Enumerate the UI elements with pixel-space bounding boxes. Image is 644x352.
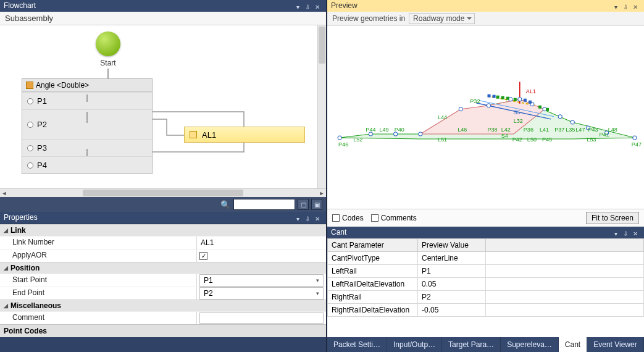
table-row[interactable]: LeftRailDeltaElevation0.05 — [328, 278, 644, 291]
svg-text:S5: S5 — [514, 109, 521, 115]
tab-input-outp-[interactable]: Input/Outp… — [387, 337, 442, 352]
svg-rect-23 — [501, 96, 504, 99]
svg-text:L53: L53 — [587, 136, 596, 143]
svg-text:L32: L32 — [514, 118, 523, 124]
collapse-icon: ◢ — [4, 303, 8, 309]
chevron-down-icon: ▾ — [316, 290, 319, 296]
scroll-right-icon[interactable]: ► — [317, 188, 326, 197]
svg-text:L48: L48 — [608, 127, 617, 133]
svg-point-21 — [633, 136, 637, 140]
col-header-blank — [486, 239, 644, 252]
node-label: P4 — [37, 161, 47, 170]
dropdown-value: Roadway mode — [413, 14, 464, 23]
prop-value-apply-aor[interactable]: ✓ — [196, 249, 326, 262]
start-node[interactable] — [96, 31, 120, 56]
dropdown-icon[interactable]: ▾ — [611, 1, 621, 11]
preview-mode-dropdown[interactable]: Roadway mode — [409, 13, 475, 24]
cell-value: CenterLine — [418, 252, 486, 265]
pin-icon[interactable]: ⇩ — [621, 1, 630, 11]
svg-rect-28 — [488, 94, 491, 98]
col-header-value[interactable]: Preview Value — [418, 239, 486, 252]
flowchart-canvas[interactable]: Start Angle <Double> P1 P2 — [0, 25, 317, 188]
svg-rect-31 — [529, 101, 532, 104]
dropdown-icon[interactable]: ▾ — [293, 213, 303, 223]
sequence-row-p4[interactable]: P4 — [22, 156, 152, 174]
cell-blank — [486, 291, 644, 304]
prop-value-link-number[interactable]: AL1 — [196, 237, 326, 249]
close-icon[interactable]: ✕ — [312, 1, 322, 11]
anchor-icon — [27, 98, 33, 104]
pin-icon[interactable]: ⇩ — [303, 213, 312, 223]
table-row[interactable]: LeftRailP1 — [328, 265, 644, 278]
col-header-param[interactable]: Cant Parameter — [328, 239, 418, 252]
prop-group-position[interactable]: ◢ Position — [0, 262, 326, 274]
svg-text:P36: P36 — [524, 127, 533, 133]
prop-group-misc[interactable]: ◢ Miscellaneous — [0, 300, 326, 311]
svg-text:P44: P44 — [366, 127, 375, 133]
dropdown-icon[interactable]: ▾ — [611, 228, 621, 238]
checkbox-icon[interactable]: ✓ — [199, 252, 207, 260]
cant-header: Cant ▾ ⇩ ✕ — [327, 227, 644, 238]
svg-text:L47: L47 — [575, 127, 585, 133]
prop-row-end-point: End Point P2 ▾ — [0, 287, 326, 300]
horizontal-scrollbar[interactable] — [9, 188, 317, 197]
svg-text:P47: P47 — [632, 141, 642, 148]
codes-checkbox[interactable]: Codes — [332, 214, 364, 222]
svg-point-10 — [419, 132, 422, 136]
tab-event-viewer[interactable]: Event Viewer — [587, 337, 643, 352]
prop-label: Comment — [0, 312, 196, 324]
cant-title: Cant — [331, 227, 346, 238]
checkbox-icon — [371, 214, 378, 222]
prop-label: End Point — [0, 287, 196, 300]
table-row[interactable]: RightRailDeltaElevation-0.05 — [328, 304, 644, 317]
table-row[interactable]: RightRailP2 — [328, 291, 644, 304]
node-label: P2 — [37, 120, 47, 129]
pin-icon[interactable]: ⇩ — [303, 1, 312, 11]
vertical-scrollbar[interactable] — [317, 25, 326, 188]
svg-rect-27 — [546, 108, 549, 111]
scroll-left-icon[interactable]: ◄ — [0, 188, 9, 197]
svg-text:S4: S4 — [501, 133, 508, 139]
preview-canvas[interactable]: P46L52 P44L49 P40 L44 L46 P38 L51 L42S4 … — [327, 26, 644, 209]
prop-value-start-point[interactable]: P1 ▾ — [196, 274, 326, 287]
search-input[interactable] — [233, 199, 295, 210]
svg-text:P32: P32 — [470, 98, 480, 104]
tab-target-para-[interactable]: Target Para… — [442, 337, 501, 352]
tab-packet-setti-[interactable]: Packet Setti… — [327, 337, 387, 352]
tab-supereleva-[interactable]: Supereleva… — [501, 337, 559, 352]
sequence-container[interactable]: Angle <Double> P1 P2 P3 — [22, 78, 153, 174]
tab-cant[interactable]: Cant — [559, 337, 587, 352]
al1-node[interactable]: AL1 — [184, 127, 305, 143]
svg-text:L41: L41 — [540, 127, 549, 133]
search-icon[interactable]: 🔍 — [220, 199, 231, 210]
prop-value-comment[interactable] — [196, 312, 326, 324]
breadcrumb[interactable]: Subassembly — [0, 12, 326, 25]
preview-header: Preview ▾ ⇩ ✕ — [327, 0, 644, 12]
scroll-thumb[interactable] — [83, 190, 243, 196]
close-icon[interactable]: ✕ — [312, 213, 322, 223]
cell-value: -0.05 — [418, 304, 486, 317]
comment-input[interactable] — [199, 312, 324, 324]
checkbox-icon — [332, 214, 340, 222]
close-icon[interactable]: ✕ — [630, 1, 640, 11]
properties-title: Properties — [4, 212, 38, 224]
scroll-thumb[interactable] — [319, 27, 325, 64]
pin-icon[interactable]: ⇩ — [621, 228, 630, 238]
dropdown-value: P1 — [204, 276, 213, 285]
fit-to-screen-button[interactable]: Fit to Screen — [586, 212, 639, 224]
prop-group-link[interactable]: ◢ Link — [0, 224, 326, 236]
start-point-dropdown[interactable]: P1 ▾ — [199, 274, 324, 287]
comments-checkbox[interactable]: Comments — [371, 214, 417, 222]
overview-grid-icon[interactable]: ▢ — [298, 199, 309, 210]
dropdown-icon[interactable]: ▾ — [293, 1, 303, 11]
svg-point-14 — [518, 98, 522, 101]
overview-fill-icon[interactable]: ▣ — [311, 199, 322, 210]
table-row[interactable]: CantPivotTypeCenterLine — [328, 252, 644, 265]
end-point-dropdown[interactable]: P2 ▾ — [199, 287, 324, 300]
anchor-icon — [27, 145, 33, 151]
close-icon[interactable]: ✕ — [630, 228, 640, 238]
svg-point-17 — [558, 115, 562, 119]
point-codes-header[interactable]: Point Codes — [0, 324, 326, 337]
svg-point-18 — [571, 120, 574, 124]
prop-value-end-point[interactable]: P2 ▾ — [196, 287, 326, 300]
